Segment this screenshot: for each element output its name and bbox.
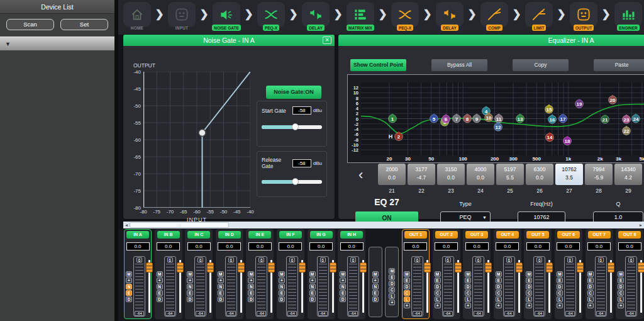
channel-button-E[interactable]: E [126,290,132,296]
channel-button-E[interactable]: E [496,278,502,283]
eq-response-graph[interactable]: 1H23456789101112131415161718192021222324 [361,82,644,155]
fader-handle[interactable] [177,262,184,273]
channel-button-M[interactable]: M [126,271,132,277]
eq-band-29[interactable]: 143404.2 [614,164,642,185]
channel-gain-value[interactable]: 0.0 [218,242,241,251]
channel-gain-value[interactable]: 0.0 [526,242,550,251]
release-gate-slider[interactable] [262,180,322,184]
channel-gain-value[interactable]: 0.0 [587,242,611,251]
gate-threshold-handle[interactable] [199,130,206,137]
channel-button-+[interactable]: + [389,300,395,305]
channel-gain-value[interactable]: 0.0 [557,242,580,251]
channel-gain-value[interactable]: 0.0 [404,242,427,251]
toolbar-item-enginer[interactable]: ENGINER [614,2,642,31]
channel-strip-out-7[interactable]: OUT 70.0MEDCL+6 -64 [586,229,613,319]
channel-button-E[interactable]: E [404,278,410,283]
channel-button-C[interactable]: C [496,290,502,296]
channel-button-C[interactable]: C [587,290,594,296]
channel-button-D[interactable]: D [126,296,132,302]
channel-button-N[interactable]: N [309,284,316,290]
channel-strip-in-g[interactable]: IN G0.0M+NED6 -64 [308,229,335,319]
channel-button-M[interactable]: M [279,271,285,277]
channel-button-E[interactable]: E [372,290,379,296]
start-gate-input[interactable]: -58 [292,106,311,115]
channel-button-D[interactable]: D [279,296,285,302]
eq-band-26[interactable]: 63000.0 [526,164,553,185]
channel-button-+[interactable]: + [435,303,441,308]
channel-button-C[interactable]: C [557,290,563,296]
fader-handle[interactable] [424,262,431,273]
start-gate-slider[interactable] [262,125,322,129]
fader-handle[interactable] [268,262,275,273]
eq-band-23[interactable]: 31500.0 [437,164,465,185]
channel-button-C[interactable]: C [435,290,441,296]
eq-band-24[interactable]: 40000.0 [467,164,494,185]
toolbar-item-delay[interactable]: DELAY [436,2,464,31]
channel-header[interactable]: OUT 6 [557,231,580,239]
fader-handle[interactable] [299,262,306,273]
channel-button-E[interactable]: E [618,278,624,283]
channel-button-D[interactable]: D [557,284,563,290]
channel-strip-out-6[interactable]: OUT 60.0MEDCL+6 -64 [555,229,582,319]
channel-button-L[interactable]: L [404,296,410,302]
set-button[interactable]: Set [60,19,108,30]
device-group-header[interactable]: ▼ [0,37,114,50]
channel-button-M[interactable]: M [309,271,316,277]
channel-button-D[interactable]: D [465,284,471,290]
channel-gain-value[interactable]: 0.0 [618,242,641,251]
channel-strip-in-a[interactable]: IN A0.0M+NED6 -64 [124,229,152,319]
channel-header[interactable]: IN F [279,231,302,239]
eq-band-22[interactable]: 3177-4.7 [408,164,435,185]
channel-strip-in-e[interactable]: IN E0.0M+NED6 -64 [246,229,274,319]
channel-button-+[interactable]: + [157,278,163,283]
channel-button-C[interactable]: C [404,290,410,296]
channel-button-N[interactable]: N [340,284,346,290]
channel-gain-value[interactable]: 0.0 [126,242,150,251]
channel-button-N[interactable]: N [372,284,379,290]
channel-button-L[interactable]: L [465,296,471,302]
channel-button-L[interactable]: L [389,293,395,299]
channel-button-E[interactable]: E [218,290,224,296]
channel-button-D[interactable]: D [389,281,395,286]
toolbar-item-home[interactable]: HOME [123,2,151,30]
channel-button-D[interactable]: D [496,284,502,290]
bypass-all-button[interactable]: Bypass All [431,59,487,71]
channel-header[interactable]: IN C [187,231,210,239]
channel-button-L[interactable]: L [435,296,441,302]
channel-button-+[interactable]: + [496,303,502,308]
channel-strip-in-f[interactable]: IN F0.0M+NED6 -64 [277,229,304,319]
channel-strip-out-3[interactable]: OUT 30.0MEDCL+6 -64 [463,229,491,319]
channel-header[interactable]: IN H [340,231,363,239]
channel-button-+[interactable]: + [248,278,254,283]
channel-button-D[interactable]: D [372,296,379,302]
channel-button-E[interactable]: E [279,290,285,296]
fader-handle[interactable] [485,262,492,273]
show-control-point-button[interactable]: Show Control Point [350,59,406,71]
channel-button-M[interactable]: M [435,271,441,277]
gate-transfer-graph[interactable] [143,72,250,208]
channel-button-E[interactable]: E [309,290,316,296]
channel-button-M[interactable]: M [587,271,594,277]
channel-strip-out-8[interactable]: OUT 80.0MEDCL+6 -64 [616,229,643,319]
channel-button-C[interactable]: C [389,287,395,293]
channel-strip-out-1[interactable]: OUT 10.0MEDCL+6 -64 [402,229,430,319]
channel-button-C[interactable]: C [526,290,532,296]
channel-header[interactable]: OUT 1 [404,231,427,239]
channel-button-M[interactable]: M [372,271,379,277]
channel-button-D[interactable]: D [309,296,316,302]
noise-gate-power-button[interactable]: Noise Gate:ON [266,86,321,99]
channel-button-+[interactable]: + [187,278,193,283]
channel-button-+[interactable]: + [279,278,285,283]
channel-header[interactable]: OUT 4 [496,231,519,239]
toolbar-item-noise-gate[interactable]: NOISE GATE [213,2,240,31]
channel-button-D[interactable]: D [248,296,254,302]
channel-button-N[interactable]: N [218,284,224,290]
channel-gain-value[interactable]: 0.0 [435,242,458,251]
channel-strip-in-c[interactable]: IN C0.0M+NED6 -64 [185,229,213,319]
channel-gain-value[interactable]: 0.0 [340,242,364,251]
channel-button-D[interactable]: D [526,284,532,290]
fader-handle[interactable] [207,262,214,273]
channel-button-M[interactable]: M [496,271,502,277]
fader-handle[interactable] [330,262,336,273]
channel-button-M[interactable]: M [526,271,532,277]
